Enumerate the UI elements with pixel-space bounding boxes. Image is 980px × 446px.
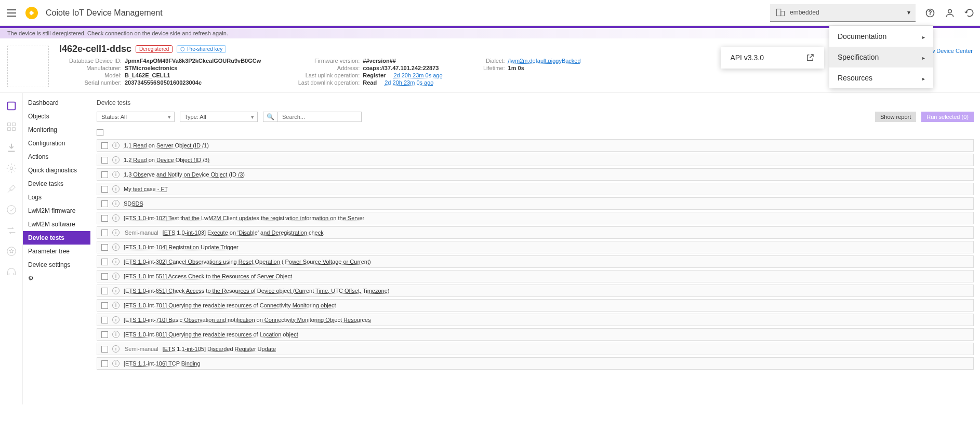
test-name-link[interactable]: [ETS 1.1-int-105] Discarded Register Upd… (163, 346, 276, 352)
test-name-link[interactable]: [ETS 1.0-int-302] Cancel Observations us… (124, 259, 371, 265)
refresh-icon[interactable] (964, 8, 975, 18)
test-name-link[interactable]: My test case - FT (124, 186, 168, 192)
test-name-link[interactable]: [ETS 1.0-int-710] Basic Observation and … (124, 317, 371, 323)
help-item-resources[interactable]: Resources (829, 67, 933, 88)
sidebar-item-dashboard[interactable]: Dashboard (23, 96, 90, 110)
info-icon[interactable]: i (112, 142, 120, 149)
sidebar-item-monitoring[interactable]: Monitoring (23, 123, 90, 137)
show-report-button[interactable]: Show report (875, 112, 916, 122)
help-item-documentation[interactable]: Documentation (829, 26, 933, 47)
test-checkbox[interactable] (101, 142, 108, 149)
test-name-link[interactable]: SDSDS (124, 200, 143, 207)
dialect-value[interactable]: /lwm2m.default.piggyBacked (508, 58, 581, 64)
org-selector[interactable]: embedded ▾ (770, 4, 916, 22)
semi-manual-label: Semi-manual (125, 229, 158, 236)
sidebar-item-device-tasks[interactable]: Device tasks (23, 177, 90, 191)
sidebar-item-device-tests[interactable]: Device tests (23, 231, 90, 245)
info-icon[interactable]: i (112, 287, 120, 294)
menu-icon[interactable] (5, 7, 18, 19)
test-checkbox[interactable] (101, 229, 108, 236)
test-checkbox[interactable] (101, 157, 108, 164)
sidebar-item-objects[interactable]: Objects (23, 110, 90, 123)
sidebar-item-parameter-tree[interactable]: Parameter tree (23, 245, 90, 258)
info-icon[interactable]: i (112, 331, 120, 338)
model-label: Model: (59, 72, 122, 78)
test-checkbox[interactable] (101, 200, 108, 207)
status-filter[interactable]: Status: All (97, 112, 175, 122)
rail-icon-device[interactable] (6, 100, 17, 112)
type-filter[interactable]: Type: All (180, 112, 258, 122)
info-icon[interactable]: i (112, 171, 120, 178)
downlink-time[interactable]: 2d 20h 23m 0s ago (385, 79, 433, 86)
info-icon[interactable]: i (112, 273, 120, 280)
test-name-link[interactable]: [ETS 1.1-int-106] TCP Binding (124, 360, 201, 367)
rail-icon-download[interactable] (6, 142, 17, 153)
test-name-link[interactable]: 1.1 Read on Server Object (ID /1) (124, 142, 209, 148)
rail-icon-gear[interactable] (6, 163, 17, 174)
test-row: i[ETS 1.0-int-551] Access Check to the R… (97, 270, 974, 282)
api-version-popup[interactable]: API v3.3.0 (721, 47, 824, 69)
rail-icon-check[interactable] (6, 204, 17, 215)
test-checkbox[interactable] (101, 288, 108, 294)
svg-rect-0 (777, 9, 781, 16)
test-checkbox[interactable] (101, 302, 108, 309)
info-icon[interactable]: i (112, 316, 120, 323)
test-checkbox[interactable] (101, 186, 108, 193)
rail-icon-tools[interactable] (6, 183, 17, 195)
user-icon[interactable] (945, 8, 955, 18)
test-name-link[interactable]: 1.2 Read on Device Object (ID /3) (124, 157, 209, 163)
sidebar-item-actions[interactable]: Actions (23, 150, 90, 164)
sidebar-item-lwm2m-firmware[interactable]: LwM2M firmware (23, 204, 90, 218)
rail-icon-loop[interactable] (6, 225, 17, 236)
uplink-time[interactable]: 2d 20h 23m 0s ago (393, 72, 442, 78)
test-checkbox[interactable] (101, 317, 108, 323)
sidebar-settings-gear[interactable]: ⚙ (23, 272, 90, 285)
info-icon[interactable]: i (112, 244, 120, 251)
select-all-checkbox[interactable] (97, 129, 103, 136)
test-checkbox[interactable] (101, 259, 108, 265)
svg-rect-7 (12, 123, 15, 126)
sidebar-item-quick-diagnostics[interactable]: Quick diagnostics (23, 164, 90, 177)
info-icon[interactable]: i (112, 360, 120, 367)
db-id-value: JpmxF4xpOM49FVa8k3P2kCkcalGOURu9vB0GCw (125, 58, 261, 64)
info-icon[interactable]: i (112, 345, 120, 353)
test-checkbox[interactable] (101, 331, 108, 338)
test-row: i[ETS 1.0-int-104] Registration Update T… (97, 241, 974, 253)
info-icon[interactable]: i (112, 185, 120, 193)
info-icon[interactable]: i (112, 302, 120, 309)
test-name-link[interactable]: [ETS 1.0-int-651] Check Access to the Re… (124, 288, 390, 294)
sidebar-item-configuration[interactable]: Configuration (23, 137, 90, 150)
test-row: i1.3 Observe and Notify on Device Object… (97, 168, 974, 181)
rail-icon-headset[interactable] (6, 266, 17, 278)
info-icon[interactable]: i (112, 229, 120, 236)
rail-icon-star[interactable] (6, 246, 17, 257)
info-icon[interactable]: i (112, 258, 120, 265)
left-rail (0, 93, 23, 404)
test-name-link[interactable]: 1.3 Observe and Notify on Device Object … (124, 171, 245, 178)
test-checkbox[interactable] (101, 244, 108, 251)
info-icon[interactable]: i (112, 156, 120, 164)
test-name-link[interactable]: [ETS 1.0-int-551] Access Check to the Re… (124, 273, 292, 279)
info-icon[interactable]: i (112, 200, 120, 207)
test-name-link[interactable]: [ETS 1.0-int-701] Querying the readable … (124, 302, 336, 308)
test-name-link[interactable]: [ETS 1.0-int-801] Querying the readable … (124, 331, 298, 337)
test-name-link[interactable]: [ETS 1.0-int-102] Test that the LwM2M Cl… (124, 215, 364, 221)
help-icon[interactable]: ? (925, 8, 935, 18)
test-name-link[interactable]: [ETS 1.0-int-103] Execute on 'Disable' a… (163, 229, 324, 236)
uplink-label: Last uplink operation: (297, 72, 360, 78)
sidebar-item-lwm2m-software[interactable]: LwM2M software (23, 218, 90, 231)
sidebar-item-device-settings[interactable]: Device settings (23, 258, 90, 272)
test-checkbox[interactable] (101, 215, 108, 222)
test-checkbox[interactable] (101, 171, 108, 178)
fw-label: Firmware version: (297, 58, 360, 64)
test-checkbox[interactable] (101, 273, 108, 280)
rail-icon-grid[interactable] (6, 121, 17, 132)
run-selected-button[interactable]: Run selected (0) (921, 112, 974, 122)
sidebar-item-logs[interactable]: Logs (23, 191, 90, 204)
search-input[interactable] (278, 112, 361, 121)
test-checkbox[interactable] (101, 346, 108, 353)
test-name-link[interactable]: [ETS 1.0-int-104] Registration Update Tr… (124, 244, 239, 250)
info-icon[interactable]: i (112, 214, 120, 222)
test-checkbox[interactable] (101, 360, 108, 367)
help-item-specification[interactable]: Specification (829, 47, 933, 67)
